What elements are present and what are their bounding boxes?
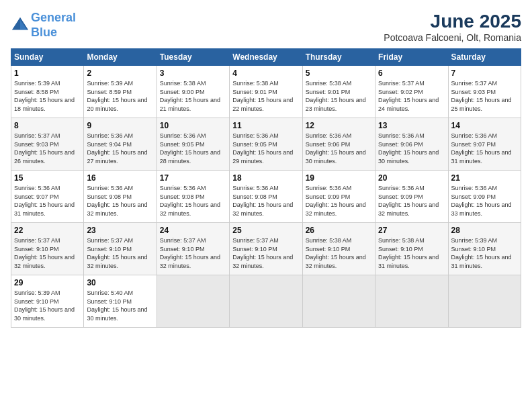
day-info: Sunrise: 5:37 AMSunset: 9:02 PMDaylight:…: [378, 79, 445, 113]
day-number: 16: [87, 173, 153, 183]
day-info: Sunrise: 5:36 AMSunset: 9:08 PMDaylight:…: [232, 184, 299, 218]
day-info: Sunrise: 5:39 AMSunset: 9:10 PMDaylight:…: [451, 236, 518, 270]
calendar-cell: 15 Sunrise: 5:36 AMSunset: 9:07 PMDaylig…: [11, 171, 84, 223]
calendar-cell: 25 Sunrise: 5:37 AMSunset: 9:10 PMDaylig…: [230, 223, 302, 275]
calendar-cell: 8 Sunrise: 5:37 AMSunset: 9:03 PMDayligh…: [11, 118, 84, 171]
month-title: June 2025: [384, 11, 521, 32]
calendar-cell: [448, 275, 521, 328]
day-number: 19: [306, 173, 372, 183]
calendar-cell: 17 Sunrise: 5:36 AMSunset: 9:08 PMDaylig…: [157, 171, 229, 223]
day-info: Sunrise: 5:36 AMSunset: 9:06 PMDaylight:…: [378, 132, 445, 165]
calendar-cell: 9 Sunrise: 5:36 AMSunset: 9:04 PMDayligh…: [84, 118, 157, 171]
weekday-header-sunday: Sunday: [11, 49, 84, 66]
day-info: Sunrise: 5:39 AMSunset: 8:59 PMDaylight:…: [87, 79, 153, 113]
calendar-cell: [375, 275, 448, 328]
day-number: 1: [14, 68, 81, 78]
day-info: Sunrise: 5:36 AMSunset: 9:09 PMDaylight:…: [451, 184, 518, 218]
day-number: 9: [87, 121, 153, 130]
calendar-cell: 13 Sunrise: 5:36 AMSunset: 9:06 PMDaylig…: [375, 118, 448, 171]
day-info: Sunrise: 5:38 AMSunset: 9:10 PMDaylight:…: [378, 236, 445, 270]
location: Potcoava Falcoeni, Olt, Romania: [384, 32, 521, 43]
day-number: 8: [14, 121, 81, 130]
day-info: Sunrise: 5:37 AMSunset: 9:10 PMDaylight:…: [87, 236, 153, 270]
weekday-header-friday: Friday: [375, 49, 448, 66]
calendar-cell: 20 Sunrise: 5:36 AMSunset: 9:09 PMDaylig…: [375, 171, 448, 223]
day-number: 29: [14, 278, 81, 287]
day-number: 27: [378, 226, 445, 235]
weekday-header-wednesday: Wednesday: [230, 49, 302, 66]
day-number: 28: [451, 226, 518, 235]
calendar-cell: 7 Sunrise: 5:37 AMSunset: 9:03 PMDayligh…: [448, 66, 521, 118]
calendar-cell: 10 Sunrise: 5:36 AMSunset: 9:05 PMDaylig…: [157, 118, 229, 171]
calendar-cell: 4 Sunrise: 5:38 AMSunset: 9:01 PMDayligh…: [230, 66, 302, 118]
day-info: Sunrise: 5:37 AMSunset: 9:10 PMDaylight:…: [232, 236, 299, 270]
day-info: Sunrise: 5:38 AMSunset: 9:00 PMDaylight:…: [160, 79, 226, 113]
day-number: 12: [306, 121, 372, 130]
day-number: 17: [160, 173, 226, 183]
day-info: Sunrise: 5:39 AMSunset: 9:10 PMDaylight:…: [14, 289, 81, 322]
day-number: 18: [232, 173, 299, 183]
day-info: Sunrise: 5:40 AMSunset: 9:10 PMDaylight:…: [87, 289, 153, 322]
day-info: Sunrise: 5:37 AMSunset: 9:03 PMDaylight:…: [14, 132, 81, 165]
day-number: 14: [451, 121, 518, 130]
day-info: Sunrise: 5:36 AMSunset: 9:06 PMDaylight:…: [306, 132, 372, 165]
day-info: Sunrise: 5:36 AMSunset: 9:09 PMDaylight:…: [378, 184, 445, 218]
header: General Blue June 2025 Potcoava Falcoeni…: [11, 11, 521, 43]
day-info: Sunrise: 5:37 AMSunset: 9:10 PMDaylight:…: [14, 236, 81, 270]
calendar-cell: [230, 275, 302, 328]
day-info: Sunrise: 5:36 AMSunset: 9:05 PMDaylight:…: [160, 132, 226, 165]
day-info: Sunrise: 5:36 AMSunset: 9:04 PMDaylight:…: [87, 132, 153, 165]
day-number: 25: [232, 226, 299, 235]
calendar-cell: 11 Sunrise: 5:36 AMSunset: 9:05 PMDaylig…: [230, 118, 302, 171]
calendar-cell: [302, 275, 375, 328]
weekday-header-tuesday: Tuesday: [157, 49, 229, 66]
day-info: Sunrise: 5:38 AMSunset: 9:01 PMDaylight:…: [232, 79, 299, 113]
calendar-cell: 30 Sunrise: 5:40 AMSunset: 9:10 PMDaylig…: [84, 275, 157, 328]
day-info: Sunrise: 5:36 AMSunset: 9:08 PMDaylight:…: [160, 184, 226, 218]
day-number: 21: [451, 173, 518, 183]
day-number: 23: [87, 226, 153, 235]
day-info: Sunrise: 5:36 AMSunset: 9:05 PMDaylight:…: [232, 132, 299, 165]
day-number: 11: [232, 121, 299, 130]
day-number: 30: [87, 278, 153, 287]
calendar-cell: 28 Sunrise: 5:39 AMSunset: 9:10 PMDaylig…: [448, 223, 521, 275]
day-number: 10: [160, 121, 226, 130]
day-number: 13: [378, 121, 445, 130]
day-number: 24: [160, 226, 226, 235]
calendar-cell: 1 Sunrise: 5:39 AMSunset: 8:58 PMDayligh…: [11, 66, 84, 118]
calendar-cell: 22 Sunrise: 5:37 AMSunset: 9:10 PMDaylig…: [11, 223, 84, 275]
day-info: Sunrise: 5:37 AMSunset: 9:03 PMDaylight:…: [451, 79, 518, 113]
weekday-header-saturday: Saturday: [448, 49, 521, 66]
page: General Blue June 2025 Potcoava Falcoeni…: [0, 0, 532, 411]
day-info: Sunrise: 5:36 AMSunset: 9:07 PMDaylight:…: [451, 132, 518, 165]
calendar-cell: 21 Sunrise: 5:36 AMSunset: 9:09 PMDaylig…: [448, 171, 521, 223]
day-number: 26: [306, 226, 372, 235]
day-number: 2: [87, 68, 153, 78]
day-number: 20: [378, 173, 445, 183]
calendar-cell: 14 Sunrise: 5:36 AMSunset: 9:07 PMDaylig…: [448, 118, 521, 171]
day-number: 4: [232, 68, 299, 78]
day-info: Sunrise: 5:36 AMSunset: 9:09 PMDaylight:…: [306, 184, 372, 218]
calendar-cell: 18 Sunrise: 5:36 AMSunset: 9:08 PMDaylig…: [230, 171, 302, 223]
day-info: Sunrise: 5:38 AMSunset: 9:01 PMDaylight:…: [306, 79, 372, 113]
calendar-cell: 6 Sunrise: 5:37 AMSunset: 9:02 PMDayligh…: [375, 66, 448, 118]
day-info: Sunrise: 5:36 AMSunset: 9:08 PMDaylight:…: [87, 184, 153, 218]
day-number: 3: [160, 68, 226, 78]
calendar-cell: 23 Sunrise: 5:37 AMSunset: 9:10 PMDaylig…: [84, 223, 157, 275]
calendar-cell: 5 Sunrise: 5:38 AMSunset: 9:01 PMDayligh…: [302, 66, 375, 118]
calendar-cell: 16 Sunrise: 5:36 AMSunset: 9:08 PMDaylig…: [84, 171, 157, 223]
calendar-cell: 26 Sunrise: 5:38 AMSunset: 9:10 PMDaylig…: [302, 223, 375, 275]
logo: General Blue: [11, 11, 76, 40]
day-info: Sunrise: 5:39 AMSunset: 8:58 PMDaylight:…: [14, 79, 81, 113]
calendar-cell: [157, 275, 229, 328]
calendar-cell: 2 Sunrise: 5:39 AMSunset: 8:59 PMDayligh…: [84, 66, 157, 118]
calendar-table: SundayMondayTuesdayWednesdayThursdayFrid…: [11, 48, 521, 328]
calendar-cell: 19 Sunrise: 5:36 AMSunset: 9:09 PMDaylig…: [302, 171, 375, 223]
calendar-cell: 29 Sunrise: 5:39 AMSunset: 9:10 PMDaylig…: [11, 275, 84, 328]
day-number: 6: [378, 68, 445, 78]
day-number: 22: [14, 226, 81, 235]
calendar-cell: 12 Sunrise: 5:36 AMSunset: 9:06 PMDaylig…: [302, 118, 375, 171]
day-number: 7: [451, 68, 518, 78]
day-number: 5: [306, 68, 372, 78]
calendar-cell: 27 Sunrise: 5:38 AMSunset: 9:10 PMDaylig…: [375, 223, 448, 275]
